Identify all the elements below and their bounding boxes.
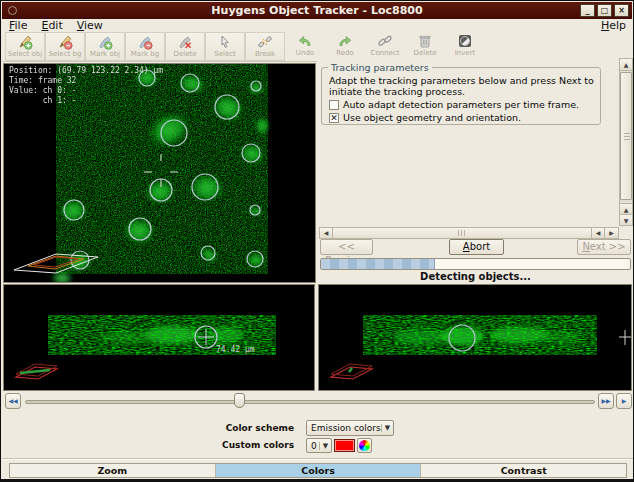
- scroll-left-arrow-2[interactable]: ◀: [592, 228, 605, 238]
- maximize-button[interactable]: □: [597, 4, 612, 17]
- delete-mark-button[interactable]: Delete: [165, 32, 205, 61]
- custom-colors-channel-dropdown[interactable]: 0 ▼: [306, 438, 332, 453]
- minimize-button[interactable]: _: [580, 4, 595, 17]
- titlebar[interactable]: Huygens Object Tracker - Loc8800 _ □ ×: [2, 2, 632, 19]
- close-button[interactable]: ×: [614, 4, 629, 17]
- geometry-checkbox-row[interactable]: ✕ Use object geometry and orientation.: [329, 112, 521, 123]
- app-window: Huygens Object Tracker - Loc8800 _ □ × F…: [0, 0, 634, 482]
- vertical-scrollbar[interactable]: ▲ ▲ ▼: [619, 58, 633, 226]
- toolbar-label: Delete: [414, 49, 437, 57]
- measurement-label: 74.42 µm: [216, 345, 255, 354]
- tracking-description: Adapt the tracking parameters below and …: [329, 75, 597, 97]
- skip-backward-button[interactable]: ◀◀: [5, 393, 21, 409]
- menubar: File Edit View Help: [2, 19, 634, 32]
- link-icon: [377, 33, 393, 49]
- geometry-checkbox[interactable]: ✕: [329, 113, 339, 123]
- scroll-left-arrow[interactable]: ◀: [320, 228, 333, 238]
- bottom-tabs: Zoom Colors Contrast: [9, 463, 627, 478]
- color-picker-button[interactable]: [357, 438, 372, 453]
- toolbar-label: Break: [255, 50, 275, 58]
- scroll-up-arrow-2[interactable]: ▲: [620, 203, 632, 214]
- abort-button[interactable]: Abort: [449, 239, 504, 255]
- chevron-down-icon: ▼: [319, 442, 331, 450]
- toolbar-label: Select bg: [49, 50, 82, 58]
- toolbar-label: Mark obj: [90, 50, 120, 58]
- toolbar-label: Redo: [336, 49, 354, 57]
- window-title: Huygens Object Tracker - Loc8800: [2, 4, 632, 17]
- scroll-right-arrow[interactable]: ▶: [605, 228, 618, 238]
- tab-zoom[interactable]: Zoom: [10, 464, 216, 477]
- toolbar-label: Delete: [174, 50, 197, 58]
- progress-fill: [321, 259, 435, 269]
- chevron-down-icon: ▼: [381, 424, 393, 432]
- undo-icon: [297, 33, 313, 49]
- xz-render: 74.42 µm: [4, 285, 314, 390]
- xz-section-view[interactable]: 74.42 µm: [3, 284, 315, 391]
- marker-remove-icon: [137, 34, 153, 50]
- toolbar-label: Invert: [455, 49, 476, 57]
- frame-slider-row: ◀◀ ▶▶ ▶: [1, 392, 634, 411]
- marker-add-icon: [97, 34, 113, 50]
- group-title: Tracking parameters: [328, 62, 432, 73]
- color-scheme-dropdown[interactable]: Emission colors ▼: [306, 420, 394, 436]
- mark-obj-button[interactable]: Mark obj: [85, 32, 125, 61]
- skip-forward-button[interactable]: ▶▶: [598, 393, 614, 409]
- pencil-add-icon: [17, 34, 33, 50]
- frame-slider-track[interactable]: [25, 400, 595, 404]
- checkbox-label: Auto adapt detection parameters per time…: [343, 99, 579, 110]
- horizontal-scrollbar[interactable]: ◀ ◀ ▶: [319, 227, 619, 239]
- select-bg-button[interactable]: Select bg: [45, 32, 85, 61]
- status-text: Detecting objects...: [317, 271, 634, 282]
- break-button[interactable]: Break: [245, 32, 285, 61]
- tab-colors[interactable]: Colors: [216, 464, 422, 477]
- select-button[interactable]: Select: [205, 32, 245, 61]
- pencil-remove-icon: [57, 34, 73, 50]
- xy-image-view[interactable]: Position: (69.79 123.22 2.34) µmTime: fr…: [3, 63, 316, 283]
- cursor-icon: [217, 34, 233, 50]
- hscroll-thumb[interactable]: [333, 228, 591, 238]
- tracking-wizard-panel: Tracking parameters Adapt the tracking p…: [317, 57, 634, 284]
- menu-help[interactable]: Help: [593, 19, 634, 32]
- yz-render: [319, 285, 631, 390]
- channel-color-swatch[interactable]: [334, 439, 355, 452]
- toolbar-label: Select: [214, 50, 236, 58]
- auto-adapt-checkbox-row[interactable]: Auto adapt detection parameters per time…: [329, 99, 579, 110]
- yz-section-view[interactable]: [318, 284, 632, 391]
- menu-view[interactable]: View: [70, 19, 110, 32]
- scroll-down-arrow[interactable]: ▼: [620, 214, 632, 225]
- custom-colors-label: Custom colors: [179, 440, 294, 450]
- window-icon: [8, 6, 17, 15]
- trash-icon: [417, 33, 433, 49]
- color-wheel-icon: [359, 440, 370, 451]
- checkbox-label: Use object geometry and orientation.: [343, 112, 521, 123]
- tab-contrast[interactable]: Contrast: [421, 464, 626, 477]
- toolbar-label: Select obj: [8, 50, 43, 58]
- select-obj-button[interactable]: Select obj: [5, 32, 45, 61]
- menu-file[interactable]: File: [2, 19, 34, 32]
- toolbar-label: Undo: [296, 49, 314, 57]
- divider: [1, 458, 634, 460]
- toolbar-label: Connect: [371, 49, 400, 57]
- progress-bar: [320, 258, 631, 270]
- colors-controls: Color scheme Emission colors ▼ Custom co…: [1, 413, 634, 457]
- invert-icon: [457, 33, 473, 49]
- step-forward-button[interactable]: ▶: [616, 393, 632, 409]
- auto-adapt-checkbox[interactable]: [329, 100, 339, 110]
- mark-bg-button[interactable]: Mark bg: [125, 32, 165, 61]
- frame-slider-thumb[interactable]: [234, 393, 245, 408]
- pixel-info-overlay: Position: (69.79 123.22 2.34) µmTime: fr…: [9, 66, 163, 106]
- redo-icon: [337, 33, 353, 49]
- marker-delete-icon: [177, 34, 193, 50]
- break-link-icon: [257, 34, 273, 50]
- vscroll-thumb[interactable]: [620, 72, 632, 200]
- color-scheme-label: Color scheme: [179, 423, 294, 433]
- menu-edit[interactable]: Edit: [34, 19, 69, 32]
- scroll-up-arrow[interactable]: ▲: [620, 59, 632, 71]
- toolbar-label: Mark bg: [131, 50, 159, 58]
- tracking-parameters-group: Tracking parameters Adapt the tracking p…: [321, 67, 601, 125]
- next-button[interactable]: Next >>: [577, 239, 631, 255]
- previous-button[interactable]: << Previous: [320, 239, 373, 255]
